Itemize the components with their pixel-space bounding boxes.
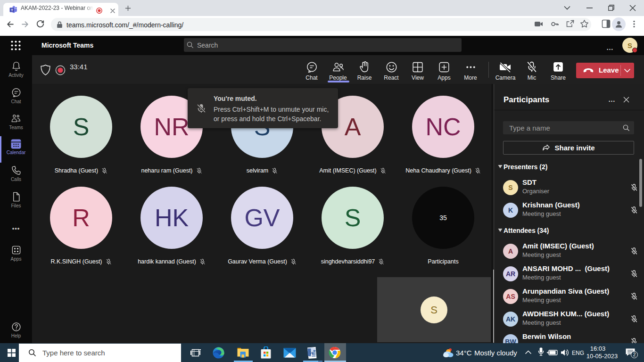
svg-text:T: T: [11, 8, 13, 12]
